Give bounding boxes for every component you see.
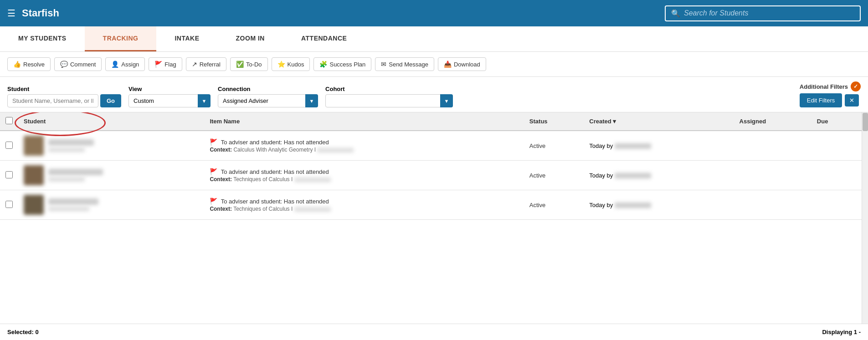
clear-filters-button[interactable]: ✕ — [845, 94, 859, 107]
comment-button[interactable]: 💬 Comment — [54, 57, 102, 71]
menu-icon[interactable]: ☰ — [7, 8, 15, 19]
nav-tabs: MY STUDENTS TRACKING INTAKE ZOOM IN ATTE… — [0, 26, 868, 52]
item-title: To adviser and student: Has not attended — [221, 168, 329, 175]
flag-label: Flag — [164, 61, 176, 68]
row-2-created: Today by — [584, 161, 734, 190]
header-left: ☰ Starfish — [7, 7, 59, 19]
resolve-label: Resolve — [23, 61, 45, 68]
view-select-wrap: Custom ▼ — [128, 94, 211, 107]
resolve-button[interactable]: 👍 Resolve — [7, 57, 51, 71]
go-button[interactable]: Go — [100, 94, 121, 107]
view-select[interactable]: Custom — [128, 94, 211, 107]
success-plan-icon: 🧩 — [319, 61, 327, 68]
filters-row: Student Go View Custom ▼ Connection Assi… — [0, 77, 868, 112]
tab-tracking[interactable]: TRACKING — [85, 26, 157, 51]
student-sub-blur — [48, 177, 85, 182]
view-filter-group: View Custom ▼ — [128, 86, 211, 107]
student-input-wrap: Go — [7, 94, 121, 107]
student-sub-blur — [48, 207, 89, 211]
flag-icon: 🚩 — [210, 168, 217, 175]
row-3-student — [18, 190, 204, 220]
student-name-block — [48, 169, 103, 182]
avatar — [24, 165, 44, 185]
created-prefix: Today by — [589, 172, 613, 179]
connection-filter-group: Connection Assigned Adviser ▼ — [218, 86, 318, 107]
cohort-filter-label: Cohort — [325, 86, 453, 92]
row-3-assigned — [734, 190, 812, 220]
assign-label: Assign — [121, 61, 139, 68]
cohort-filter-group: Cohort ▼ — [325, 86, 453, 107]
context-prefix: Context: — [210, 176, 232, 183]
row-3-checkbox-cell — [0, 190, 18, 220]
context-course: Techniques of Calculus I — [233, 206, 293, 212]
select-all-header — [0, 112, 18, 131]
selected-count: 0 — [35, 329, 38, 335]
context-course: Techniques of Calculus I — [233, 176, 293, 183]
row-3-item-name: 🚩 To adviser and student: Has not attend… — [204, 190, 524, 220]
view-filter-label: View — [128, 86, 211, 92]
student-search-input[interactable] — [7, 94, 98, 107]
main-content: MY STUDENTS TRACKING INTAKE ZOOM IN ATTE… — [0, 26, 868, 340]
comment-icon: 💬 — [60, 61, 68, 68]
search-box[interactable]: 🔍 — [665, 5, 861, 21]
additional-filters-group: Additional Filters ✓ Edit Filters ✕ — [800, 81, 861, 107]
created-column-header[interactable]: Created ▾ — [584, 112, 734, 131]
row-1-item-name: 🚩 To adviser and student: Has not attend… — [204, 131, 524, 161]
comment-label: Comment — [70, 61, 96, 68]
table-header-row: Student Item Name Status Created ▾ Assig… — [0, 112, 868, 131]
row-1-student — [18, 131, 204, 161]
referral-icon: ↗ — [192, 61, 197, 68]
status-column-header: Status — [524, 112, 584, 131]
row-1-checkbox[interactable] — [5, 142, 13, 149]
assign-icon: 👤 — [111, 61, 119, 68]
filter-right-controls: Edit Filters ✕ — [800, 93, 861, 107]
additional-filters-label: Additional Filters — [800, 83, 848, 90]
send-message-button[interactable]: ✉ Send Message — [375, 57, 434, 71]
search-input[interactable] — [684, 9, 854, 17]
referral-label: Referral — [200, 61, 221, 68]
kudos-icon: ⭐ — [277, 61, 285, 68]
connection-select-wrap: Assigned Adviser ▼ — [218, 94, 318, 107]
created-blur — [615, 203, 651, 208]
row-1-due — [812, 131, 857, 161]
connection-select[interactable]: Assigned Adviser — [218, 94, 318, 107]
context-blur — [294, 207, 331, 212]
tab-intake[interactable]: INTAKE — [156, 26, 217, 51]
row-3-checkbox[interactable] — [5, 201, 13, 208]
row-2-due — [812, 161, 857, 190]
kudos-button[interactable]: ⭐ Kudos — [272, 57, 310, 71]
edit-filters-button[interactable]: Edit Filters — [800, 93, 842, 107]
tab-zoom-in[interactable]: ZOOM IN — [218, 26, 283, 51]
scrollbar-track[interactable] — [862, 112, 868, 324]
row-3-due — [812, 190, 857, 220]
flag-button[interactable]: 🚩 Flag — [149, 57, 182, 71]
tab-attendance[interactable]: ATTENDANCE — [283, 26, 365, 51]
search-icon: 🔍 — [671, 9, 680, 18]
download-button[interactable]: 📥 Download — [438, 57, 486, 71]
todo-button[interactable]: ✅ To-Do — [230, 57, 268, 71]
assign-button[interactable]: 👤 Assign — [105, 57, 145, 71]
toolbar: 👍 Resolve 💬 Comment 👤 Assign 🚩 Flag ↗ Re… — [0, 52, 868, 77]
referral-button[interactable]: ↗ Referral — [186, 57, 226, 71]
item-name-column-header: Item Name — [204, 112, 524, 131]
row-3-created: Today by — [584, 190, 734, 220]
flag-icon: 🚩 — [210, 138, 217, 146]
student-sub-blur — [48, 147, 85, 152]
row-2-checkbox[interactable] — [5, 171, 13, 178]
success-plan-button[interactable]: 🧩 Success Plan — [313, 57, 371, 71]
row-3-status: Active — [524, 190, 584, 220]
flag-icon: 🚩 — [210, 198, 217, 205]
item-title: To adviser and student: Has not attended — [221, 139, 329, 146]
student-filter-group: Student Go — [7, 86, 121, 107]
avatar — [24, 136, 44, 156]
row-2-checkbox-cell — [0, 161, 18, 190]
student-name-blur — [48, 198, 98, 205]
scrollbar-thumb[interactable] — [863, 113, 868, 131]
table-row: 🚩 To adviser and student: Has not attend… — [0, 131, 868, 161]
avatar — [24, 195, 44, 215]
select-all-checkbox[interactable] — [5, 117, 13, 124]
flag-icon: 🚩 — [154, 61, 162, 68]
tab-my-students[interactable]: MY STUDENTS — [0, 26, 85, 51]
cohort-select[interactable] — [325, 94, 453, 107]
item-name-block: 🚩 To adviser and student: Has not attend… — [210, 198, 518, 205]
